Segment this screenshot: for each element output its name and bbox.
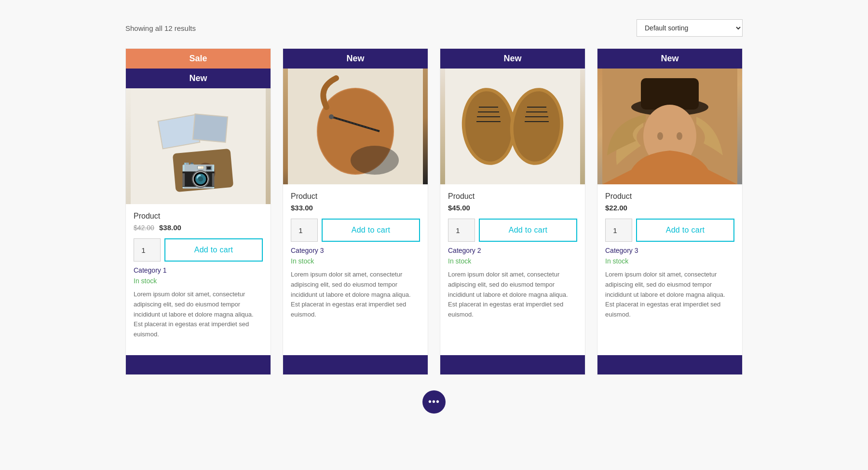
badge-container: New [440, 49, 585, 69]
svg-point-6 [195, 162, 216, 183]
bottom-bar-new-4 [597, 355, 742, 374]
bottom-bar-new-2 [283, 355, 428, 374]
price-sale: $33.00 [291, 204, 313, 212]
product-info-4: Product $22.00 Add to cart Category 3 In… [597, 184, 742, 347]
add-to-cart-row: Add to cart [605, 219, 734, 242]
svg-point-32 [657, 132, 663, 140]
badge-container: Sale New [126, 49, 271, 88]
product-info-1: Product $42.00 $38.00 Add to cart Catego… [126, 204, 271, 347]
price-original: $42.00 [134, 224, 154, 232]
product-stock: In stock [448, 257, 577, 265]
product-info-3: Product $45.00 Add to cart Category 2 In… [440, 184, 585, 347]
product-name: Product [134, 212, 263, 221]
product-price: $42.00 $38.00 [134, 223, 263, 232]
add-to-cart-button[interactable]: Add to cart [164, 238, 263, 262]
product-image-3 [440, 69, 585, 184]
quantity-input[interactable] [291, 219, 318, 242]
product-price: $45.00 [448, 204, 577, 212]
new-badge: New [283, 49, 428, 69]
new-badge: New [597, 49, 742, 69]
product-image-2 [283, 69, 428, 184]
product-stock: In stock [291, 257, 420, 265]
badge-container: New [283, 49, 428, 69]
product-price: $33.00 [291, 204, 420, 212]
add-to-cart-row: Add to cart [134, 238, 263, 262]
quantity-input[interactable] [448, 219, 475, 242]
product-category[interactable]: Category 2 [448, 247, 577, 254]
svg-point-7 [199, 166, 212, 179]
svg-rect-0 [131, 88, 266, 204]
quantity-input[interactable] [605, 219, 632, 242]
product-price: $22.00 [605, 204, 734, 212]
add-to-cart-button[interactable]: Add to cart [322, 219, 420, 242]
product-image-1 [126, 88, 271, 204]
bottom-bar-new-3 [440, 355, 585, 374]
product-card: Sale New Product [125, 48, 271, 375]
product-description: Lorem ipsum dolor sit amet, consectetur … [605, 270, 734, 320]
product-name: Product [291, 192, 420, 201]
add-to-cart-row: Add to cart [291, 219, 420, 242]
product-category[interactable]: Category 1 [134, 266, 263, 274]
add-to-cart-row: Add to cart [448, 219, 577, 242]
svg-point-33 [677, 132, 682, 140]
price-sale: $38.00 [159, 223, 181, 232]
svg-rect-4 [193, 114, 227, 142]
price-sale: $45.00 [448, 204, 470, 212]
showing-results-text: Showing all 12 results [125, 24, 196, 32]
product-card: New [440, 48, 585, 375]
svg-point-12 [329, 114, 334, 119]
new-badge: New [440, 49, 585, 69]
product-image-4 [597, 69, 742, 184]
page-wrapper: Showing all 12 results Default sorting S… [96, 0, 772, 433]
pagination-dots-button[interactable]: ••• [422, 390, 446, 414]
svg-point-14 [351, 146, 399, 175]
product-description: Lorem ipsum dolor sit amet, consectetur … [291, 270, 420, 320]
product-description: Lorem ipsum dolor sit amet, consectetur … [134, 290, 263, 340]
badge-container: New [597, 49, 742, 69]
product-category[interactable]: Category 3 [291, 247, 420, 254]
pagination-dots: ••• [125, 390, 743, 414]
product-info-2: Product $33.00 Add to cart Category 3 In… [283, 184, 428, 347]
product-name: Product [448, 192, 577, 201]
add-to-cart-button[interactable]: Add to cart [636, 219, 734, 242]
price-sale: $22.00 [605, 204, 627, 212]
top-bar: Showing all 12 results Default sorting S… [125, 19, 743, 37]
product-description: Lorem ipsum dolor sit amet, consectetur … [448, 270, 577, 320]
svg-rect-5 [173, 149, 234, 192]
quantity-input[interactable] [134, 238, 161, 262]
product-card: New [283, 48, 428, 375]
add-to-cart-button[interactable]: Add to cart [479, 219, 577, 242]
sale-badge: Sale [126, 49, 271, 69]
product-category[interactable]: Category 3 [605, 247, 734, 254]
new-badge: New [126, 69, 271, 88]
sort-select[interactable]: Default sorting Sort by popularity Sort … [637, 19, 743, 37]
bottom-bar-new-1 [126, 355, 271, 374]
product-stock: In stock [134, 277, 263, 285]
product-name: Product [605, 192, 734, 201]
products-grid: Sale New Product [125, 48, 743, 375]
product-card: New [597, 48, 743, 375]
product-stock: In stock [605, 257, 734, 265]
